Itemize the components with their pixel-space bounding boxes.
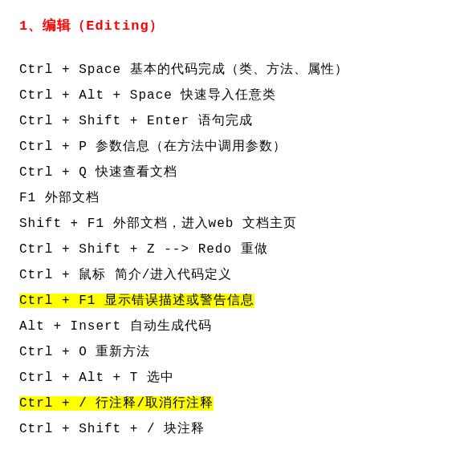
shortcut-item: Ctrl + Shift + / 块注释	[19, 416, 457, 442]
highlighted-text: Ctrl + F1 显示错误描述或警告信息	[19, 294, 254, 308]
shortcut-item: Ctrl + Alt + Space 快速导入任意类	[19, 83, 457, 108]
shortcut-item: Alt + Insert 自动生成代码	[19, 314, 457, 339]
shortcut-item: Ctrl + P 参数信息（在方法中调用参数）	[19, 134, 457, 160]
shortcut-list: Ctrl + Space 基本的代码完成（类、方法、属性） Ctrl + Alt…	[19, 57, 457, 442]
shortcut-item: F1 外部文档	[19, 185, 457, 211]
shortcut-item: Ctrl + O 重新方法	[19, 339, 457, 365]
shortcut-item-highlighted: Ctrl + / 行注释/取消行注释	[19, 391, 457, 416]
shortcut-item: Ctrl + Shift + Enter 语句完成	[19, 108, 457, 134]
shortcut-item: Ctrl + Q 快速查看文档	[19, 160, 457, 185]
shortcut-item: Ctrl + 鼠标 简介/进入代码定义	[19, 262, 457, 288]
highlighted-text: Ctrl + / 行注释/取消行注释	[19, 396, 214, 411]
shortcut-item: Ctrl + Alt + T 选中	[19, 365, 457, 391]
shortcut-item: Shift + F1 外部文档，进入web 文档主页	[19, 211, 457, 237]
shortcut-item: Ctrl + Shift + Z --> Redo 重做	[19, 237, 457, 262]
shortcut-item-highlighted: Ctrl + F1 显示错误描述或警告信息	[19, 288, 457, 314]
section-heading: 1、编辑（Editing）	[19, 16, 457, 34]
shortcut-item: Ctrl + Space 基本的代码完成（类、方法、属性）	[19, 57, 457, 83]
